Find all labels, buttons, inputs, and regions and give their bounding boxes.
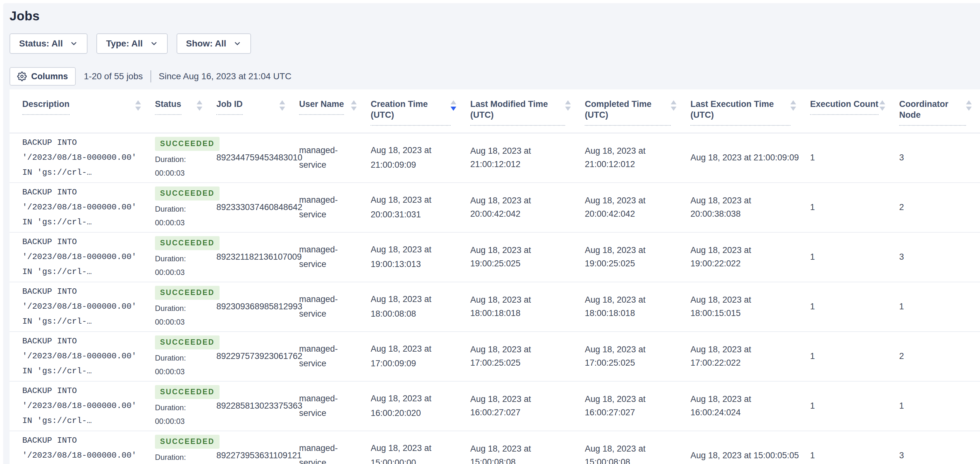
job-status-cell: SUCCEEDED Duration: 00:00:03 — [155, 236, 216, 277]
column-header[interactable]: Job ID — [216, 99, 299, 126]
last-modified-time: Aug 18, 2023 at 18:00:18:018 — [470, 293, 585, 320]
columns-button[interactable]: Columns — [10, 67, 76, 86]
job-status-cell: SUCCEEDED Duration: 00:00:03 — [155, 435, 216, 464]
duration-label: Duration: — [155, 204, 186, 214]
user-name: managed-service — [299, 143, 347, 172]
duration-value: 00:00:03 — [155, 168, 185, 178]
duration-label: Duration: — [155, 303, 186, 314]
status-badge: SUCCEEDED — [155, 335, 220, 349]
status-badge: SUCCEEDED — [155, 236, 220, 250]
coordinator-node: 3 — [899, 250, 980, 264]
sort-asc-arrow — [450, 100, 456, 104]
user-name: managed-service — [299, 193, 347, 222]
column-header-label: User Name — [299, 99, 344, 115]
filter-dropdown[interactable]: Status: All — [10, 33, 88, 54]
job-status-cell: SUCCEEDED Duration: 00:00:03 — [155, 187, 216, 228]
job-status-cell: SUCCEEDED Duration: 00:00:03 — [155, 137, 216, 178]
table-row: BACKUP INTO '/2023/08/18-000000.00' IN '… — [10, 332, 980, 381]
column-header[interactable]: User Name — [299, 99, 371, 126]
coordinator-node: 1 — [899, 399, 980, 413]
sort-arrows-icon[interactable] — [135, 100, 141, 111]
sort-desc-arrow — [791, 107, 796, 111]
sort-arrows-icon[interactable] — [279, 100, 285, 111]
job-status-cell: SUCCEEDED Duration: 00:00:03 — [155, 335, 216, 377]
chevron-down-icon — [233, 40, 242, 48]
job-description-link[interactable]: BACKUP INTO '/2023/08/18-000000.00' IN '… — [22, 383, 149, 428]
coordinator-node: 3 — [899, 151, 980, 164]
sort-asc-arrow — [671, 100, 676, 104]
last-execution-time: Aug 18, 2023 at 20:00:38:038 — [690, 194, 810, 221]
table-row: BACKUP INTO '/2023/08/18-000000.00' IN '… — [10, 233, 980, 282]
creation-time: Aug 18, 2023 at 21:00:09:09 — [371, 143, 446, 172]
job-id: 892344759453483010 — [216, 151, 299, 164]
job-id: 892273953631109121 — [216, 449, 299, 462]
sort-arrows-icon[interactable] — [671, 100, 676, 111]
duration-label: Duration: — [155, 353, 186, 363]
status-badge: SUCCEEDED — [155, 187, 220, 201]
completed-time: Aug 18, 2023 at 15:00:08:08 — [585, 442, 690, 464]
job-description-link[interactable]: BACKUP INTO '/2023/08/18-000000.00' IN '… — [22, 234, 149, 279]
duration-label: Duration: — [155, 154, 186, 164]
completed-time: Aug 18, 2023 at 18:00:18:018 — [585, 293, 690, 320]
job-description-link[interactable]: BACKUP INTO '/2023/08/18-000000.00' IN '… — [22, 433, 149, 464]
column-header[interactable]: Coordinator Node — [899, 99, 980, 126]
last-modified-time: Aug 18, 2023 at 15:00:08:08 — [470, 442, 585, 464]
page-title: Jobs — [10, 9, 980, 23]
sort-arrows-icon[interactable] — [791, 100, 796, 111]
column-header[interactable]: Last Execution Time (UTC) — [690, 99, 810, 126]
sort-asc-arrow — [565, 100, 571, 104]
filter-dropdown[interactable]: Type: All — [96, 33, 167, 54]
job-id: 892309368985812993 — [216, 300, 299, 314]
user-name: managed-service — [299, 342, 347, 371]
columns-button-label: Columns — [31, 72, 68, 81]
last-modified-time: Aug 18, 2023 at 17:00:25:025 — [470, 343, 585, 370]
summary-divider — [151, 70, 151, 83]
column-header[interactable]: Description — [22, 99, 155, 126]
duration-label: Duration: — [155, 403, 186, 413]
duration-label: Duration: — [155, 452, 186, 462]
column-header[interactable]: Creation Time (UTC) — [371, 99, 470, 126]
job-description-link[interactable]: BACKUP INTO '/2023/08/18-000000.00' IN '… — [22, 185, 149, 230]
sort-arrows-icon[interactable] — [450, 100, 456, 111]
sort-desc-arrow — [671, 107, 676, 111]
column-header[interactable]: Completed Time (UTC) — [585, 99, 690, 126]
filter-dropdown[interactable]: Show: All — [177, 33, 251, 54]
job-description-link[interactable]: BACKUP INTO '/2023/08/18-000000.00' IN '… — [22, 284, 149, 329]
completed-time: Aug 18, 2023 at 17:00:25:025 — [585, 343, 690, 370]
sort-arrows-icon[interactable] — [197, 100, 202, 111]
completed-time: Aug 18, 2023 at 16:00:27:027 — [585, 393, 690, 419]
creation-time: Aug 18, 2023 at 20:00:31:031 — [371, 193, 446, 222]
job-description-link[interactable]: BACKUP INTO '/2023/08/18-000000.00' IN '… — [22, 135, 149, 180]
sort-asc-arrow — [197, 100, 202, 104]
column-header[interactable]: Status — [155, 99, 216, 126]
sort-arrows-icon[interactable] — [565, 100, 571, 111]
last-execution-time: Aug 18, 2023 at 18:00:15:015 — [690, 293, 810, 320]
sort-arrows-icon[interactable] — [880, 100, 885, 111]
sort-arrows-icon[interactable] — [966, 100, 972, 111]
column-header-label: Execution Count — [810, 99, 878, 115]
sort-desc-arrow — [880, 107, 885, 111]
table-row: BACKUP INTO '/2023/08/18-000000.00' IN '… — [10, 381, 980, 431]
sort-arrows-icon[interactable] — [351, 100, 357, 111]
column-header[interactable]: Execution Count — [810, 99, 899, 126]
column-header[interactable]: Last Modified Time (UTC) — [470, 99, 585, 126]
filter-dropdown-label: Type: All — [106, 38, 143, 49]
duration-value: 00:00:03 — [155, 218, 185, 228]
sort-asc-arrow — [351, 100, 357, 104]
duration-value: 00:00:03 — [155, 416, 185, 426]
creation-time: Aug 18, 2023 at 15:00:00:00 — [371, 441, 446, 464]
sort-desc-arrow — [135, 107, 141, 111]
status-badge: SUCCEEDED — [155, 385, 220, 399]
table-row: BACKUP INTO '/2023/08/18-000000.00' IN '… — [10, 133, 980, 183]
sort-asc-arrow — [135, 100, 141, 104]
user-name: managed-service — [299, 242, 347, 272]
duration-value: 00:00:03 — [155, 267, 185, 277]
execution-count: 1 — [810, 350, 899, 363]
job-description-link[interactable]: BACKUP INTO '/2023/08/18-000000.00' IN '… — [22, 334, 149, 378]
column-header-label: Last Modified Time (UTC) — [470, 99, 565, 126]
jobs-page: Jobs Status: All Type: All Show: All Col… — [3, 3, 980, 464]
sort-desc-arrow — [279, 107, 285, 111]
sort-desc-arrow — [450, 107, 456, 111]
column-header-label: Job ID — [216, 99, 243, 115]
last-execution-time: Aug 18, 2023 at 16:00:24:024 — [690, 393, 810, 419]
